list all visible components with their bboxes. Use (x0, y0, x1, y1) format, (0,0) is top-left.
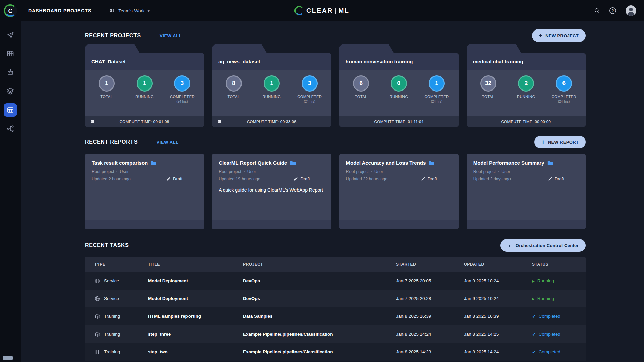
task-row[interactable]: Service Model Deployment DevOps Jan 7 20… (85, 272, 586, 290)
task-row[interactable]: Service Model Deployment DevOps Jan 7 20… (85, 290, 586, 307)
sidebar (0, 21, 21, 362)
dot-separator (371, 171, 372, 172)
project-card[interactable]: CHAT_Dataset 1TOTAL 1RUNNING 3COMPLETED(… (85, 44, 204, 127)
clearml-swirl-icon (294, 6, 304, 16)
task-title: step_three (148, 331, 243, 337)
workspace-label: Team's Work (118, 8, 144, 13)
sidebar-item-pipelines[interactable] (4, 122, 17, 135)
column-header-updated: UPDATED (464, 262, 532, 267)
stat-label-total: TOTAL (472, 95, 504, 99)
completed-count-badge: 6 (556, 75, 572, 92)
wordmark-clear: CLEAR (306, 7, 333, 14)
orchestration-icon (6, 106, 14, 114)
project-folder-tab (212, 44, 267, 53)
training-icon (94, 349, 100, 355)
stat-label-running: RUNNING (128, 95, 161, 99)
report-card-footer (212, 220, 331, 229)
total-count-badge: 1 (99, 75, 115, 92)
ghost-icon (217, 119, 222, 124)
report-card[interactable]: Model Performance Summary Root projectUs… (467, 154, 586, 229)
stat-window-label: (24 hrs) (421, 100, 453, 103)
sidebar-bottom-indicator (3, 356, 13, 360)
training-icon (94, 331, 100, 337)
workspace-selector[interactable]: Team's Work (109, 7, 149, 14)
task-type: Training (104, 314, 120, 319)
task-project: DevOps (243, 278, 396, 283)
new-report-button[interactable]: NEW REPORT (534, 136, 586, 148)
orchestration-control-center-button[interactable]: Orchestration Control Center (500, 239, 586, 252)
project-card-title: CHAT_Dataset (85, 53, 204, 70)
report-card-footer (85, 220, 204, 229)
reports-view-all-link[interactable]: VIEW ALL (156, 140, 178, 145)
compute-time: COMPUTE TIME: 00:01:08 (120, 120, 169, 124)
search-button[interactable] (594, 7, 600, 14)
project-card[interactable]: ag_news_dataset 8TOTAL 1RUNNING 3COMPLET… (212, 44, 331, 127)
column-header-type: TYPE (94, 262, 148, 267)
sidebar-item-projects[interactable] (4, 28, 17, 42)
report-title: Model Accuracy and Loss Trends (346, 160, 426, 166)
top-bar: C DASHBOARD PROJECTS Team's Work CLEAR M… (0, 0, 644, 21)
completed-icon (532, 331, 536, 337)
task-title: HTML samples reporting (148, 314, 243, 319)
compute-time: COMPUTE TIME: 00:33:06 (247, 120, 297, 124)
stat-label-completed: COMPLETED (166, 95, 198, 99)
report-card[interactable]: ClearML Report Quick Guide Root projectU… (212, 154, 331, 229)
total-count-badge: 32 (480, 75, 496, 92)
project-card[interactable]: medical chat training 32TOTAL 2RUNNING 6… (467, 44, 586, 127)
folder-icon (429, 161, 434, 165)
pipelines-icon (6, 125, 14, 133)
stat-window-label: (24 hrs) (548, 100, 580, 103)
stat-label-total: TOTAL (91, 95, 123, 99)
stat-label-running: RUNNING (510, 95, 542, 99)
svg-text:?: ? (612, 9, 614, 13)
team-icon (109, 7, 115, 14)
project-card-footer: COMPUTE TIME: 01:11:04 (339, 116, 459, 127)
stat-label-completed: COMPLETED (548, 95, 580, 99)
help-button[interactable]: ? (609, 7, 616, 14)
help-icon: ? (609, 7, 616, 14)
chevron-down-icon (148, 8, 150, 13)
new-project-button[interactable]: NEW PROJECT (532, 29, 586, 42)
report-updated: Updated 22 hours ago (346, 177, 388, 181)
completed-icon (532, 349, 536, 355)
projects-view-all-link[interactable]: VIEW ALL (160, 33, 182, 38)
report-project: Root project (219, 169, 241, 174)
report-card[interactable]: Task result comparison Root projectUser … (85, 154, 204, 229)
compute-time: COMPUTE TIME: 01:11:04 (374, 120, 424, 124)
task-row[interactable]: Training step_three Example Pipeline/.pi… (85, 325, 586, 343)
wordmark-ml: ML (339, 7, 350, 14)
new-project-label: NEW PROJECT (545, 33, 579, 38)
report-card-footer (339, 220, 459, 229)
orchestration-button-label: Orchestration Control Center (516, 243, 579, 248)
user-avatar[interactable] (625, 5, 637, 16)
report-card[interactable]: Model Accuracy and Loss Trends Root proj… (339, 154, 459, 229)
pencil-icon (166, 177, 171, 181)
sidebar-item-models[interactable] (4, 66, 17, 79)
column-header-title: TITLE (148, 262, 243, 267)
pencil-icon (421, 177, 425, 181)
ghost-icon (90, 119, 95, 124)
task-title: Model Deployment (148, 296, 243, 301)
task-row[interactable]: Training step_two Example Pipeline/.pipe… (85, 343, 586, 361)
task-status: Completed (532, 331, 586, 337)
sidebar-item-workers[interactable] (4, 47, 17, 60)
project-card[interactable]: human convesation training 6TOTAL 0RUNNI… (339, 44, 459, 127)
task-started: Jan 8 2025 14:24 (396, 331, 464, 337)
completed-count-badge: 3 (302, 75, 318, 92)
pencil-icon (293, 177, 298, 181)
report-updated: Updated 2 hours ago (92, 177, 131, 181)
clearml-wordmark: CLEAR ML (294, 6, 350, 16)
wordmark-divider (336, 8, 336, 14)
report-project: Root project (473, 169, 496, 174)
task-row[interactable]: Training HTML samples reporting Data Sam… (85, 307, 586, 325)
sidebar-item-datasets[interactable] (4, 84, 17, 98)
column-header-status: STATUS (532, 262, 586, 267)
recent-tasks-heading: RECENT TASKS (85, 242, 129, 248)
clearml-logo[interactable]: C (0, 4, 21, 18)
report-author: User (501, 169, 510, 174)
tasks-table-header: TYPE TITLE PROJECT STARTED UPDATED STATU… (85, 257, 586, 272)
task-project: Example Pipeline/.pipelines/Classificati… (243, 331, 396, 337)
robot-icon (6, 68, 14, 76)
sidebar-item-orchestration[interactable] (4, 103, 17, 117)
report-author: User (120, 169, 128, 174)
